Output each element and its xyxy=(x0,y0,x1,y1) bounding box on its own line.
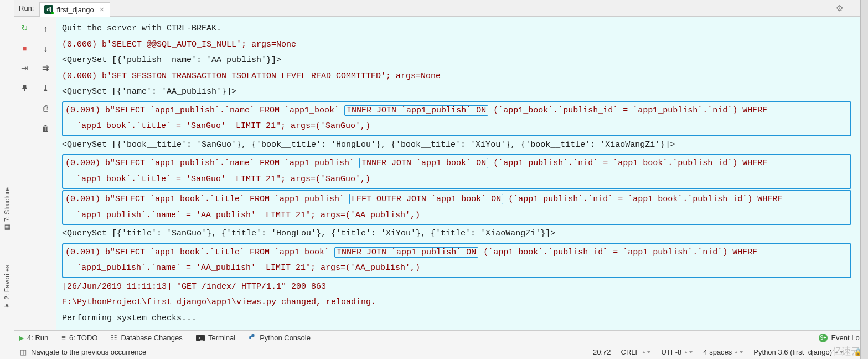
run-panel-body: ↻ ■ ⇥ ↑ ↓ ⇉ ⤓ ⎙ 🗑 Quit the server with C… xyxy=(14,17,868,330)
dropdown-icon xyxy=(640,348,651,356)
console-line: <QuerySet [{'book__title': 'SanGuo'}, {'… xyxy=(62,137,851,153)
print-icon[interactable]: ⎙ xyxy=(40,102,52,114)
sql-highlight-box: (0.000) b"SELECT `app1_publish`.`name` F… xyxy=(62,154,851,189)
run-panel-title: Run: xyxy=(19,4,34,12)
console-line: E:\PythonProject\first_django\app1\views… xyxy=(62,295,851,311)
gear-icon[interactable]: ⚙ xyxy=(834,3,845,13)
database-icon: ☷ xyxy=(111,334,117,342)
trash-icon[interactable]: 🗑 xyxy=(40,122,52,134)
tool-python-console[interactable]: Python Console xyxy=(249,333,311,342)
file-encoding[interactable]: UTF-8 xyxy=(661,348,693,356)
join-keyword-box: INNER JOIN `app1_book` ON xyxy=(359,158,488,168)
tool-todo[interactable]: ≡ 6: TODO xyxy=(61,334,97,342)
cursor-position[interactable]: 20:72 xyxy=(593,348,611,356)
python-icon xyxy=(249,333,256,342)
down-arrow-icon[interactable]: ↓ xyxy=(40,42,52,54)
console-line: <QuerySet [{'publish__name': 'AA_publish… xyxy=(62,53,851,69)
scroll-to-end-icon[interactable]: ⤓ xyxy=(40,82,52,94)
left-sidebar: ▦ 7: Structure ★ 2: Favorites xyxy=(0,0,14,359)
action-column-2: ↑ ↓ ⇉ ⤓ ⎙ 🗑 xyxy=(35,17,56,330)
sidebar-structure-label: 7: Structure xyxy=(3,187,11,222)
django-icon: dj xyxy=(44,5,53,14)
up-arrow-icon[interactable]: ↑ xyxy=(40,22,52,34)
indent-setting[interactable]: 4 spaces xyxy=(703,348,743,356)
right-edge-strip xyxy=(860,0,868,359)
action-column-1: ↻ ■ ⇥ xyxy=(14,17,35,330)
rerun-button[interactable]: ↻ xyxy=(19,22,31,34)
svg-point-0 xyxy=(251,334,252,335)
star-icon: ★ xyxy=(3,302,11,310)
sql-highlight-box: (0.001) b"SELECT `app1_publish`.`name` F… xyxy=(62,101,851,136)
dropdown-icon xyxy=(683,348,693,356)
bottom-toolbar: ▶ 4: Run ≡ 6: TODO ☷ Database Changes >_… xyxy=(14,330,868,345)
console-line: <QuerySet [{'title': 'SanGuo'}, {'title'… xyxy=(62,226,851,242)
sql-highlight-box: (0.001) b"SELECT `app1_book`.`title` FRO… xyxy=(62,190,851,225)
console-line: <QuerySet [{'name': 'AA_publish'}]> xyxy=(62,84,851,100)
soft-wrap-icon[interactable]: ⇉ xyxy=(40,62,52,74)
notification-badge: 9+ xyxy=(819,334,828,342)
status-message: Navigate to the previous occurrence xyxy=(31,348,146,356)
console-line: Performing system checks... xyxy=(62,311,851,327)
play-icon: ▶ xyxy=(19,334,24,342)
console-line: Quit the server with CTRL-BREAK. xyxy=(62,21,851,37)
stop-button[interactable]: ■ xyxy=(19,42,31,54)
tool-database[interactable]: ☷ Database Changes xyxy=(111,334,182,342)
sql-highlight-box: (0.001) b"SELECT `app1_book`.`title` FRO… xyxy=(62,243,851,278)
run-tab-label: first_django xyxy=(56,6,94,14)
run-config-tab[interactable]: dj first_django × xyxy=(39,2,110,17)
tool-terminal[interactable]: >_ Terminal xyxy=(196,334,235,342)
dropdown-icon xyxy=(733,348,743,356)
tool-run[interactable]: ▶ 4: Run xyxy=(19,334,48,342)
list-icon: ≡ xyxy=(61,334,66,342)
join-keyword-box: INNER JOIN `app1_publish` ON xyxy=(344,105,488,116)
run-panel-header: Run: dj first_django × ⚙ — xyxy=(14,0,868,17)
join-keyword-box: INNER JOIN `app1_publish` ON xyxy=(334,247,478,258)
sidebar-favorites-label: 2: Favorites xyxy=(3,265,11,300)
main-area: Run: dj first_django × ⚙ — ↻ ■ ⇥ ↑ ↓ ⇉ ⤓ xyxy=(14,0,868,359)
close-icon[interactable]: × xyxy=(100,5,104,14)
line-separator[interactable]: CRLF xyxy=(621,348,652,356)
status-bar: ◫ Navigate to the previous occurrence 20… xyxy=(14,345,868,359)
terminal-icon: >_ xyxy=(196,335,205,341)
console-line: (0.000) b'SELECT @@SQL_AUTO_IS_NULL'; ar… xyxy=(62,37,851,53)
interpreter[interactable]: Python 3.6 (first_django) xyxy=(753,348,844,356)
structure-icon: ▦ xyxy=(3,224,11,232)
sidebar-item-favorites[interactable]: ★ 2: Favorites xyxy=(3,265,11,310)
console-line: (0.000) b'SET SESSION TRANSACTION ISOLAT… xyxy=(62,69,851,85)
layout-button[interactable]: ⇥ xyxy=(19,62,31,74)
layout-icon[interactable]: ◫ xyxy=(20,348,27,356)
console-output[interactable]: Quit the server with CTRL-BREAK. (0.000)… xyxy=(56,17,860,330)
console-line: [26/Jun/2019 11:11:13] "GET /index/ HTTP… xyxy=(62,279,851,295)
pin-button[interactable] xyxy=(19,82,31,94)
tool-event-log[interactable]: 9+ Event Log xyxy=(819,334,864,342)
dropdown-icon xyxy=(833,348,844,356)
join-keyword-box: LEFT OUTER JOIN `app1_book` ON xyxy=(349,194,503,204)
sidebar-item-structure[interactable]: ▦ 7: Structure xyxy=(3,187,11,232)
